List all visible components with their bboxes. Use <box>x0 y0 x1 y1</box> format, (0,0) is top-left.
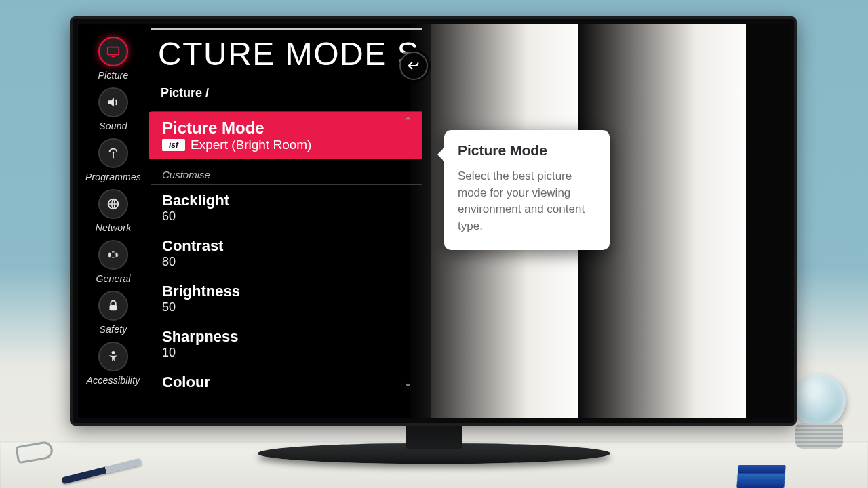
tv-icon <box>98 37 128 66</box>
row-backlight[interactable]: Backlight 60 <box>151 185 422 230</box>
globe-icon <box>98 189 128 219</box>
settings-category-rail: Picture Sound Programmes <box>85 37 141 386</box>
page-title-row: CTURE MODE SE <box>151 28 422 77</box>
rail-label: Programmes <box>85 171 141 182</box>
row-label: Backlight <box>162 192 412 209</box>
svg-point-5 <box>112 351 115 354</box>
row-value: 50 <box>162 300 412 314</box>
row-value: 60 <box>162 209 412 224</box>
page-title: CTURE MODE SE <box>158 35 416 73</box>
decorative-globe <box>790 374 848 449</box>
rail-item-safety[interactable]: Safety <box>85 291 141 335</box>
rail-item-sound[interactable]: Sound <box>85 87 141 131</box>
row-value: 10 <box>162 346 412 360</box>
chevron-up-icon[interactable]: ⌃ <box>403 115 413 129</box>
row-label: Sharpness <box>162 328 412 346</box>
row-sharpness[interactable]: Sharpness 10 <box>151 321 422 367</box>
row-label: Picture Mode <box>162 119 412 138</box>
gear-icon <box>98 240 128 270</box>
row-value-text: Expert (Bright Room) <box>191 138 311 152</box>
person-icon <box>98 342 128 371</box>
antenna-icon <box>98 138 128 168</box>
row-label: Colour <box>162 373 412 391</box>
row-value: 80 <box>162 255 412 269</box>
section-label-customise: Customise <box>151 159 422 185</box>
speaker-icon <box>98 87 128 117</box>
svg-rect-0 <box>108 47 119 55</box>
row-label: Brightness <box>162 283 412 300</box>
rail-item-network[interactable]: Network <box>85 189 141 233</box>
rail-label: Network <box>96 222 132 233</box>
row-colour[interactable]: Colour <box>151 367 422 394</box>
rail-item-picture[interactable]: Picture <box>85 37 141 81</box>
tv-screen: Picture Sound Programmes <box>78 24 789 418</box>
rail-label: Picture <box>98 70 129 81</box>
help-card: Picture Mode Select the best picture mod… <box>444 130 610 250</box>
settings-list[interactable]: ⌃ Picture Mode isf Expert (Bright Room) … <box>151 112 422 394</box>
help-title: Picture Mode <box>458 142 596 159</box>
breadcrumb: Picture / <box>151 77 422 111</box>
rail-item-programmes[interactable]: Programmes <box>85 138 141 182</box>
settings-ui: Picture Sound Programmes <box>78 24 789 418</box>
settings-main-column: CTURE MODE SE Picture / ⌃ Picture Mode i… <box>151 24 422 418</box>
lock-icon <box>98 291 128 321</box>
row-contrast[interactable]: Contrast 80 <box>151 230 422 276</box>
rail-item-accessibility[interactable]: Accessibility <box>85 342 141 386</box>
tv-frame: Picture Sound Programmes <box>70 16 797 426</box>
row-label: Contrast <box>162 237 412 255</box>
help-body: Select the best picture mode for your vi… <box>458 168 596 235</box>
svg-rect-4 <box>110 305 117 310</box>
row-brightness[interactable]: Brightness 50 <box>151 276 422 321</box>
svg-point-2 <box>113 152 115 154</box>
rail-label: Sound <box>99 121 127 131</box>
back-button[interactable] <box>399 52 428 80</box>
decorative-bluray-stack <box>736 455 786 488</box>
row-value: isf Expert (Bright Room) <box>162 138 412 152</box>
tv-stand-neck <box>406 424 462 449</box>
rail-label: Safety <box>100 324 127 335</box>
rail-item-general[interactable]: General <box>85 240 141 284</box>
rail-label: Accessibility <box>87 375 140 386</box>
row-picture-mode[interactable]: Picture Mode isf Expert (Bright Room) <box>149 112 422 159</box>
rail-label: General <box>96 273 130 284</box>
isf-badge: isf <box>162 139 185 151</box>
undo-icon <box>406 58 421 73</box>
chevron-down-icon[interactable]: ⌄ <box>403 375 413 390</box>
svg-rect-1 <box>111 56 115 57</box>
